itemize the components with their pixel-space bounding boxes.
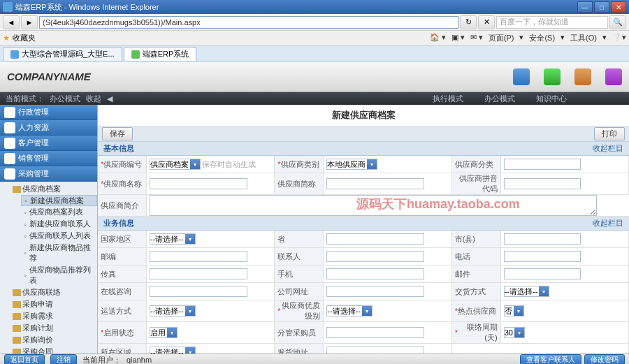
tree-new-supplier[interactable]: 新建供应商档案 bbox=[21, 195, 97, 206]
status-select[interactable]: 启用▾ bbox=[150, 327, 178, 338]
province-input[interactable] bbox=[326, 233, 424, 245]
zip-input[interactable] bbox=[150, 251, 247, 262]
collapse-business[interactable]: 收起栏目 bbox=[593, 218, 623, 228]
tree-recommend-list[interactable]: 供应商物品推荐列表 bbox=[21, 264, 97, 286]
tree-new-recommend[interactable]: 新建供应商物品推荐 bbox=[21, 242, 97, 264]
current-user: qianhm bbox=[126, 356, 152, 364]
pinyin-input[interactable] bbox=[504, 178, 581, 189]
mode-extra[interactable] bbox=[605, 68, 622, 85]
delivery-select[interactable]: --请选择--▾ bbox=[504, 286, 550, 297]
view-contact-button[interactable]: 查看客户联系人 bbox=[520, 354, 581, 364]
menu-tools[interactable]: 工具(O) bbox=[570, 33, 597, 43]
mode-office[interactable] bbox=[544, 68, 561, 85]
mobile-input[interactable] bbox=[326, 268, 424, 279]
extra-icon bbox=[605, 68, 622, 85]
region-select[interactable]: --请选择--▾ bbox=[150, 347, 196, 354]
menu-safety[interactable]: 安全(S) bbox=[529, 33, 555, 43]
address-bar[interactable]: (S(4euk3j460daezdnmugs3b0551))/Main.aspx bbox=[39, 16, 458, 29]
transport-select[interactable]: --请选择--▾ bbox=[150, 305, 196, 316]
stop-button[interactable]: ✕ bbox=[478, 15, 495, 29]
office-icon bbox=[544, 68, 561, 85]
forward-button[interactable]: ► bbox=[21, 15, 38, 29]
classify-input[interactable] bbox=[504, 159, 581, 170]
ie-icon bbox=[3, 2, 13, 12]
menu-page[interactable]: 页面(P) bbox=[489, 33, 514, 43]
maximize-button[interactable]: □ bbox=[594, 1, 609, 13]
section-basic: 基本信息 收起栏目 bbox=[98, 142, 629, 156]
mail-icon[interactable]: ✉ ▾ bbox=[470, 33, 483, 43]
city-input[interactable] bbox=[504, 233, 581, 245]
favicon-icon bbox=[10, 50, 19, 59]
favorites-label[interactable]: 收藏夹 bbox=[13, 33, 36, 43]
browser-tabs: 大型综合管理源码_大型E... 端森ERP系统 bbox=[0, 46, 629, 61]
tree-item[interactable]: 供应商联络 bbox=[10, 286, 97, 298]
mode-exec[interactable] bbox=[513, 68, 530, 85]
ship-input[interactable] bbox=[326, 347, 424, 354]
search-button[interactable]: 🔍 bbox=[609, 15, 626, 29]
tree-item[interactable]: 采购需求 bbox=[10, 310, 97, 322]
tab-1[interactable]: 端森ERP系统 bbox=[124, 47, 197, 61]
feeds-icon[interactable]: ▣ ▾ bbox=[451, 33, 465, 43]
exec-icon bbox=[513, 68, 530, 85]
tree-supplier-list[interactable]: 供应商档案列表 bbox=[21, 206, 97, 218]
short-input[interactable] bbox=[326, 178, 424, 189]
collapse-basic[interactable]: 收起栏目 bbox=[593, 143, 623, 154]
logout-button[interactable]: 注销 bbox=[50, 354, 77, 364]
save-button[interactable]: 保存 bbox=[102, 127, 133, 140]
change-pwd-button[interactable]: 修改密码 bbox=[584, 354, 625, 364]
tree-item[interactable]: 采购询价 bbox=[10, 334, 97, 346]
collapse-sidebar[interactable]: 收起 bbox=[86, 94, 101, 104]
mode-label-1[interactable]: 办公模式 bbox=[484, 94, 515, 104]
home-icon[interactable]: 🏠 ▾ bbox=[430, 33, 446, 43]
refresh-button[interactable]: ↻ bbox=[460, 15, 477, 29]
window-title: 端森ERP系统 - Windows Internet Explorer bbox=[15, 2, 159, 13]
intro-textarea[interactable] bbox=[150, 195, 597, 216]
quality-select[interactable]: --请选择--▾ bbox=[326, 305, 373, 316]
tree-item[interactable]: 采购申请 bbox=[10, 298, 97, 310]
tree-item[interactable]: 采购计划 bbox=[10, 322, 97, 334]
home-button[interactable]: 返回首页 bbox=[4, 354, 45, 364]
name-input[interactable] bbox=[150, 178, 247, 189]
window-titlebar: 端森ERP系统 - Windows Internet Explorer — □ … bbox=[0, 0, 629, 14]
buyer-input[interactable] bbox=[326, 327, 424, 338]
back-button[interactable]: ◄ bbox=[3, 15, 20, 29]
minimize-button[interactable]: — bbox=[577, 1, 593, 13]
country-select[interactable]: --请选择--▾ bbox=[150, 233, 196, 245]
mode-label-0[interactable]: 执行模式 bbox=[433, 94, 463, 104]
tree-item[interactable]: 采购合同 bbox=[10, 346, 97, 354]
mode-knowledge[interactable] bbox=[574, 68, 591, 85]
search-box[interactable]: 百度一下，你就知道 bbox=[496, 16, 608, 29]
supplier-no-select[interactable]: 供应商档案▾ bbox=[150, 159, 201, 170]
days-select[interactable]: 30▾ bbox=[504, 327, 525, 338]
sidebar-section-sales[interactable]: 销售管理 bbox=[0, 151, 97, 166]
app-header: COMPANYNAME bbox=[0, 61, 629, 92]
tree-new-contact[interactable]: 新建供应商联系人 bbox=[21, 218, 97, 230]
category-select[interactable]: 本地供应商▾ bbox=[326, 159, 377, 170]
sidebar-section-hr[interactable]: 人力资源 bbox=[0, 120, 97, 136]
phone-input[interactable] bbox=[504, 251, 581, 262]
tree-supplier-archive[interactable]: 供应商档案 bbox=[10, 183, 97, 195]
browser-navbar: ◄ ► (S(4euk3j460daezdnmugs3b0551))/Main.… bbox=[0, 14, 629, 31]
mode-label-2[interactable]: 知识中心 bbox=[536, 94, 567, 104]
sidebar-section-admin[interactable]: 行政管理 bbox=[0, 105, 97, 120]
page-title: 新建供应商档案 bbox=[98, 105, 629, 126]
favorites-bar: ★ 收藏夹 🏠 ▾ ▣ ▾ ✉ ▾ 页面(P)▾ 安全(S)▾ 工具(O)▾ ❔… bbox=[0, 31, 629, 46]
hot-select[interactable]: 否▾ bbox=[504, 305, 524, 316]
fax-input[interactable] bbox=[150, 268, 247, 279]
close-button[interactable]: ✕ bbox=[611, 1, 626, 13]
contact-input[interactable] bbox=[326, 251, 424, 262]
sidebar: 行政管理 人力资源 客户管理 销售管理 采购管理 供应商档案 新建供应商档案 供… bbox=[0, 105, 98, 354]
app-logo: COMPANYNAME bbox=[7, 71, 91, 82]
favorites-icon[interactable]: ★ bbox=[3, 34, 10, 43]
keyword-input[interactable] bbox=[150, 286, 247, 297]
tree-contact-list[interactable]: 供应商联系人列表 bbox=[21, 230, 97, 242]
sidebar-section-customer[interactable]: 客户管理 bbox=[0, 136, 97, 151]
help-icon[interactable]: ❔▾ bbox=[612, 33, 626, 43]
favicon-icon bbox=[131, 50, 140, 59]
sidebar-section-purchase[interactable]: 采购管理 bbox=[0, 166, 97, 182]
print-button[interactable]: 打印 bbox=[594, 127, 625, 140]
email-input[interactable] bbox=[504, 268, 581, 279]
website-input[interactable] bbox=[326, 286, 424, 297]
tab-0[interactable]: 大型综合管理源码_大型E... bbox=[3, 47, 122, 61]
content-area: 新建供应商档案 保存 打印 基本信息 收起栏目 供应商编号供应商档案▾保存时自动… bbox=[98, 105, 629, 354]
